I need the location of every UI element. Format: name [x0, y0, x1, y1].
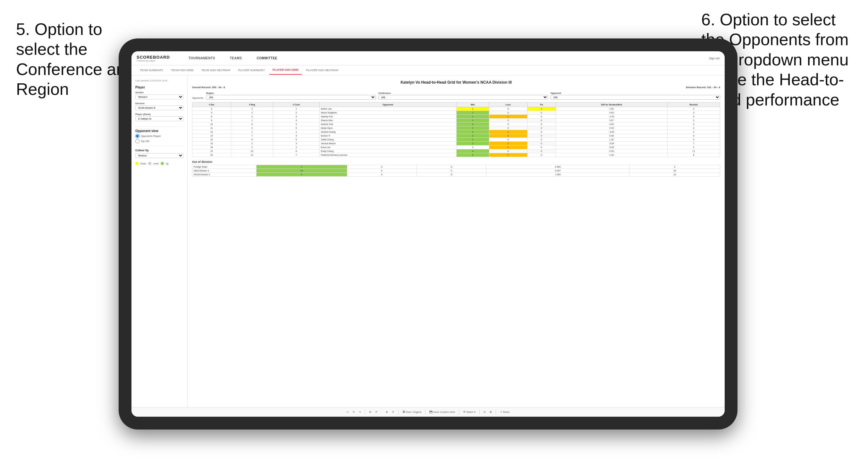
cell-reg: 2 [231, 111, 273, 115]
table-row: 9 1 4 Sharon Mun 1 0 0 3.67 3 [192, 119, 720, 122]
ood-cell-tie: 0 [416, 169, 486, 173]
subnav-player-h2h-grid[interactable]: PLAYER H2H GRID [269, 66, 302, 75]
opponent-view-title: Opponent view [135, 129, 183, 133]
cell-div: 15 [192, 138, 231, 142]
cell-tie: 0 [527, 115, 556, 119]
cell-opponent: Sharon Mun [319, 119, 456, 122]
main-content: Last Updated: 27/03/2024 14:44 Player Ge… [131, 75, 725, 407]
toolbar: ↩ ↻ ↪ ⚙ ↺ · ⊕ ⏱ 🖼 View: Original 💾 Save … [131, 407, 725, 417]
opponents-label: Opponents: [192, 97, 204, 99]
toolbar-watch[interactable]: 👁 Watch ▾ [463, 411, 475, 413]
toolbar-grid1[interactable]: ⊡ [484, 411, 486, 413]
cell-diff: -3.00 [556, 130, 667, 134]
cell-diff: 1.50 [556, 107, 667, 111]
cell-conf: 1 [273, 130, 319, 134]
division-select[interactable]: NCAA Division III [135, 105, 183, 110]
cell-conf: 4 [273, 134, 319, 138]
toolbar-add[interactable]: ⊕ [386, 411, 388, 413]
legend-down-label: Down [141, 162, 146, 165]
opponent-filter: Opponent (All) [551, 92, 720, 100]
brand-sub: Powered by clippd [136, 60, 170, 62]
cell-opponent: Andrea York [319, 122, 456, 126]
region-filter: Region (All) [206, 92, 376, 100]
cell-div: 3 [192, 107, 231, 111]
table-row: 11 2 5 Heejo Hyun 1 0 0 3.33 3 [192, 126, 720, 130]
cell-reg: 6 [231, 122, 273, 126]
subnav-team-summary[interactable]: TEAM SUMMARY [136, 66, 166, 74]
table-row: 18 2 2 Euna Lee 0 2 0 -5.00 2 [192, 146, 720, 149]
overall-record: Overall Record: 353 - 34 - 6 [192, 86, 225, 89]
cell-rounds: 2 [667, 130, 720, 134]
ood-cell-rounds: 10 [629, 173, 720, 177]
cell-loss: 0 [489, 138, 527, 142]
cell-opponent: Heejo Hyun [319, 126, 456, 130]
toolbar-forward[interactable]: ↪ [359, 411, 361, 413]
nav-tournaments[interactable]: TOURNAMENTS [186, 55, 218, 61]
opponent-select[interactable]: (All) [551, 95, 720, 100]
cell-loss: 1 [489, 130, 527, 134]
toolbar-undo[interactable]: ↩ [347, 411, 349, 413]
col-diff: Diff Av Strokes/Rnd [556, 102, 667, 107]
cell-rounds: 7 [667, 142, 720, 146]
cell-loss: 2 [489, 134, 527, 138]
toolbar-save-custom[interactable]: 💾 Save Custom View [429, 411, 455, 413]
cell-div: 20 [192, 153, 231, 157]
brand-name: SCOREBOARD [136, 55, 170, 60]
toolbar-share[interactable]: ↗ Share [500, 411, 510, 413]
toolbar-divider-1 [365, 410, 365, 415]
toolbar-clock[interactable]: ⏱ [392, 411, 394, 413]
colour-by-select[interactable]: Win/loss [135, 153, 183, 158]
radio-opponents-played[interactable]: Opponents Played [135, 134, 183, 138]
cell-diff: 3.33 [556, 126, 667, 130]
cell-loss: 0 [489, 149, 527, 153]
cell-reg: 11 [231, 153, 273, 157]
ood-cell-rounds: 30 [629, 169, 720, 173]
cell-div: 13 [192, 130, 231, 134]
cell-opponent: Euna Lee [319, 146, 456, 149]
toolbar-refresh[interactable]: ↺ [375, 411, 377, 413]
sign-out[interactable]: Sign out [709, 57, 719, 60]
nav-committee[interactable]: COMMITTEE [254, 55, 280, 61]
subnav-team-h2h-grid[interactable]: TEAM H2H GRID [168, 66, 197, 74]
cell-conf: 3 [273, 142, 319, 146]
cell-tie: 0 [527, 126, 556, 130]
legend-level-dot [148, 162, 151, 165]
cell-opponent: Federica Domecq Lacroze [319, 153, 456, 157]
col-loss: Loss [489, 102, 527, 107]
tablet-screen: SCOREBOARD Powered by clippd TOURNAMENTS… [131, 51, 725, 417]
cell-opponent: Stella Cheng [319, 138, 456, 142]
cell-reg: 8 [231, 138, 273, 142]
player-rank-select[interactable]: 8. Katelyn Vo [135, 116, 183, 121]
cell-win: 1 [456, 142, 489, 146]
toolbar-divider-3 [425, 410, 426, 415]
conference-select[interactable]: (All) [378, 95, 548, 100]
legend-up-label: Up [166, 162, 169, 165]
radio-top100[interactable]: Top 100 [135, 139, 183, 143]
cell-div: 9 [192, 119, 231, 122]
toolbar-view-original[interactable]: 🖼 View: Original [402, 411, 421, 413]
region-select[interactable]: (All) [206, 95, 376, 100]
cell-conf: 6 [273, 149, 319, 153]
subnav-team-h2h-heatmap[interactable]: TEAM H2H HEATMAP [198, 66, 234, 74]
subnav-player-summary[interactable]: PLAYER SUMMARY [235, 66, 268, 74]
legend-row: Down Level Up [135, 162, 183, 165]
toolbar-settings[interactable]: ⚙ [369, 411, 371, 413]
ood-table-row: Foreign Team 1 0 0 4.500 2 [192, 165, 720, 169]
ood-table-row: NCAA Division 2 5 0 0 7.400 10 [192, 173, 720, 177]
subnav-player-h2h-heatmap[interactable]: PLAYER H2H HEATMAP [303, 66, 342, 74]
sidebar: Last Updated: 27/03/2024 14:44 Player Ge… [131, 75, 188, 407]
cell-conf: 7 [273, 153, 319, 157]
tablet-device: SCOREBOARD Powered by clippd TOURNAMENTS… [119, 38, 738, 430]
cell-diff: 4.00 [556, 122, 667, 126]
gender-select[interactable]: Women's [135, 95, 183, 99]
nav-teams[interactable]: TEAMS [227, 55, 245, 61]
cell-win: 2 [456, 153, 489, 157]
sub-nav: TEAM SUMMARY TEAM H2H GRID TEAM H2H HEAT… [131, 65, 725, 75]
last-updated: Last Updated: 27/03/2024 14:44 [135, 80, 183, 82]
cell-div: 5 [192, 111, 231, 115]
cell-diff: 0.38 [556, 134, 667, 138]
toolbar-grid2[interactable]: ⊞ [490, 411, 492, 413]
ood-cell-diff: 7.400 [486, 173, 629, 177]
toolbar-redo-back[interactable]: ↻ [353, 411, 355, 413]
cell-diff: 0.30 [556, 149, 667, 153]
